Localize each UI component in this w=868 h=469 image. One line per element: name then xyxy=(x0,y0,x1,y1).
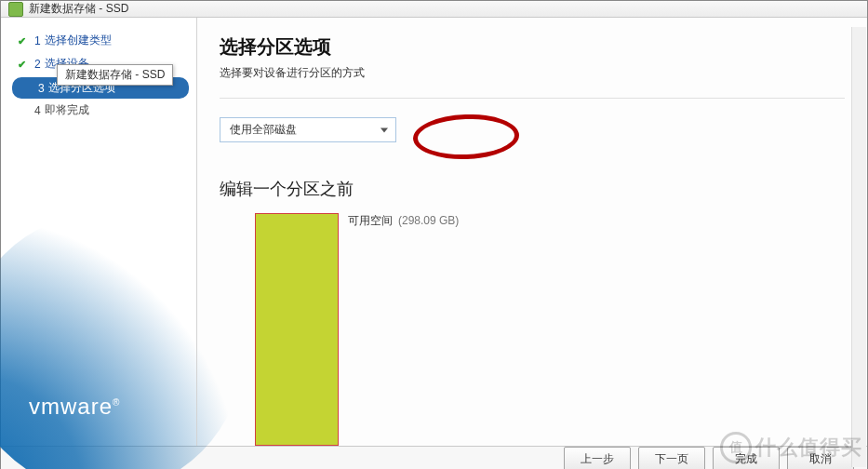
dropdown-selected: 使用全部磁盘 xyxy=(230,123,297,136)
partition-preview: 可用空间 (298.09 GB) xyxy=(255,213,845,446)
tooltip: 新建数据存储 - SSD xyxy=(57,64,173,86)
check-icon xyxy=(18,58,31,71)
free-space-block[interactable] xyxy=(255,213,339,446)
step-num: 1 xyxy=(34,34,41,47)
step-4[interactable]: 4 即将完成 xyxy=(12,100,196,122)
finish-button[interactable]: 完成 xyxy=(713,447,780,469)
window-title: 新建数据存储 - SSD xyxy=(29,1,128,17)
next-button[interactable]: 下一页 xyxy=(638,447,705,469)
check-icon xyxy=(18,34,31,47)
step-label: 即将完成 xyxy=(45,102,89,118)
step-1[interactable]: 1 选择创建类型 xyxy=(12,31,196,52)
divider xyxy=(220,98,845,99)
content-pane: 选择分区选项 选择要对设备进行分区的方式 使用全部磁盘 编辑一个分区之前 可用空… xyxy=(196,18,867,446)
step-num: 4 xyxy=(34,104,41,117)
titlebar: 新建数据存储 - SSD xyxy=(1,1,867,18)
chevron-down-icon xyxy=(381,127,388,132)
step-num: 3 xyxy=(38,82,45,95)
page-heading: 选择分区选项 xyxy=(220,34,845,60)
step-num: 2 xyxy=(34,58,41,71)
page-subtitle: 选择要对设备进行分区的方式 xyxy=(220,65,845,81)
wizard-window: 新建数据存储 - SSD 1 选择创建类型 2 选择设备 3 选择分区选项 xyxy=(0,0,868,469)
footer: 上一步 下一页 完成 取消 xyxy=(1,446,867,469)
partition-size: (298.09 GB) xyxy=(398,214,459,227)
logo-text: vmware xyxy=(29,394,113,419)
sidebar: 1 选择创建类型 2 选择设备 3 选择分区选项 4 即将完成 xyxy=(1,18,196,446)
partition-label: 可用空间 xyxy=(348,213,393,229)
partition-mode-dropdown[interactable]: 使用全部磁盘 xyxy=(220,117,396,142)
body: 1 选择创建类型 2 选择设备 3 选择分区选项 4 即将完成 xyxy=(1,18,867,446)
vertical-scrollbar[interactable] xyxy=(851,27,866,467)
registered-icon: ® xyxy=(113,397,120,408)
partition-info: 可用空间 (298.09 GB) xyxy=(348,213,459,229)
cancel-button[interactable]: 取消 xyxy=(787,447,854,469)
annotation-circle xyxy=(412,113,520,161)
partition-section-title: 编辑一个分区之前 xyxy=(220,178,845,200)
step-label: 选择创建类型 xyxy=(45,33,112,48)
back-button[interactable]: 上一步 xyxy=(564,447,631,469)
vmware-logo: vmware® xyxy=(29,394,120,420)
app-icon xyxy=(8,2,23,17)
